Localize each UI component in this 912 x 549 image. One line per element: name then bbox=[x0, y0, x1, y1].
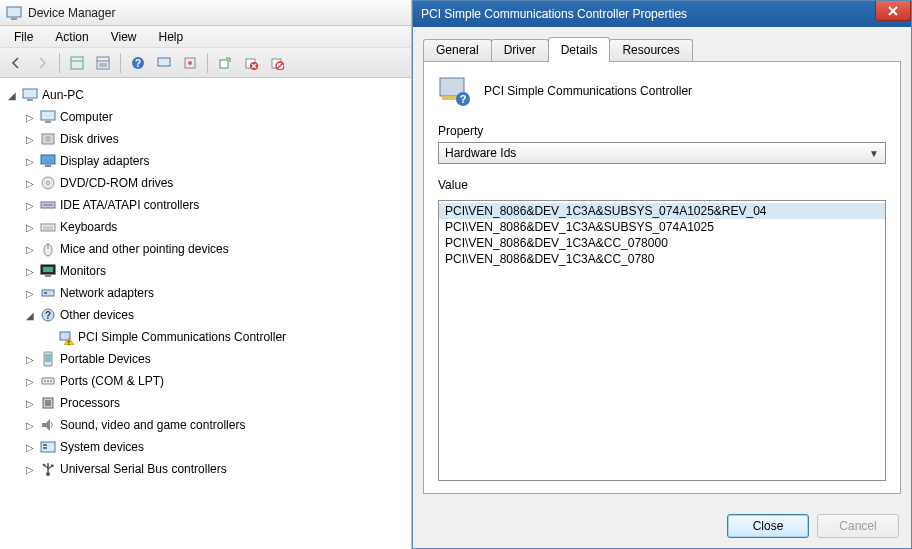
menu-view[interactable]: View bbox=[101, 28, 147, 46]
category-label: IDE ATA/ATAPI controllers bbox=[60, 198, 199, 212]
expand-icon[interactable]: ▷ bbox=[24, 111, 36, 123]
svg-text:?: ? bbox=[45, 310, 51, 321]
svg-point-12 bbox=[188, 61, 192, 65]
category-sound[interactable]: ▷Sound, video and game controllers bbox=[24, 414, 411, 436]
device-tree[interactable]: ◢ Aun-PC ▷Computer▷Disk drives▷Display a… bbox=[0, 78, 411, 549]
expand-icon[interactable]: ▷ bbox=[24, 419, 36, 431]
category-usb[interactable]: ▷Universal Serial Bus controllers bbox=[24, 458, 411, 480]
expand-icon[interactable]: ▷ bbox=[24, 287, 36, 299]
svg-rect-0 bbox=[7, 7, 21, 17]
tb-properties[interactable] bbox=[91, 51, 115, 75]
device-item[interactable]: !PCI Simple Communications Controller bbox=[42, 326, 411, 348]
tb-help[interactable]: ? bbox=[126, 51, 150, 75]
category-label: Sound, video and game controllers bbox=[60, 418, 245, 432]
category-label: DVD/CD-ROM drives bbox=[60, 176, 173, 190]
expand-icon[interactable]: ▷ bbox=[24, 221, 36, 233]
chevron-down-icon: ▼ bbox=[869, 148, 879, 159]
expand-icon[interactable]: ▷ bbox=[24, 265, 36, 277]
category-label: Processors bbox=[60, 396, 120, 410]
expand-icon[interactable]: ▷ bbox=[24, 375, 36, 387]
tb-forward[interactable] bbox=[30, 51, 54, 75]
svg-rect-65 bbox=[51, 465, 54, 468]
category-cpu[interactable]: ▷Processors bbox=[24, 392, 411, 414]
menu-help[interactable]: Help bbox=[149, 28, 194, 46]
expand-icon[interactable]: ▷ bbox=[24, 133, 36, 145]
expand-icon[interactable]: ▷ bbox=[24, 463, 36, 475]
category-cd[interactable]: ▷DVD/CD-ROM drives bbox=[24, 172, 411, 194]
tb-action[interactable] bbox=[178, 51, 202, 75]
network-icon bbox=[40, 285, 56, 301]
svg-rect-40 bbox=[45, 275, 51, 277]
svg-rect-28 bbox=[45, 165, 51, 167]
pci-device-icon: ? bbox=[438, 74, 472, 108]
expand-icon[interactable]: ▷ bbox=[24, 199, 36, 211]
category-monitor[interactable]: ▷Monitors bbox=[24, 260, 411, 282]
tab-details[interactable]: Details bbox=[548, 37, 611, 62]
dlg-close-button[interactable] bbox=[875, 1, 911, 21]
expand-icon[interactable]: ▷ bbox=[24, 155, 36, 167]
other-icon: ? bbox=[40, 307, 56, 323]
category-computer[interactable]: ▷Computer bbox=[24, 106, 411, 128]
expand-icon[interactable]: ▷ bbox=[24, 177, 36, 189]
tb-update-driver[interactable] bbox=[213, 51, 237, 75]
svg-rect-27 bbox=[41, 155, 55, 164]
tab-driver[interactable]: Driver bbox=[491, 39, 549, 61]
category-disk[interactable]: ▷Disk drives bbox=[24, 128, 411, 150]
hardware-id-item[interactable]: PCI\VEN_8086&DEV_1C3A&SUBSYS_074A1025&RE… bbox=[439, 203, 885, 219]
property-selected-label: Hardware Ids bbox=[445, 146, 516, 160]
tb-disable[interactable] bbox=[265, 51, 289, 75]
hardware-id-item[interactable]: PCI\VEN_8086&DEV_1C3A&CC_078000 bbox=[439, 235, 885, 251]
close-button[interactable]: Close bbox=[727, 514, 809, 538]
svg-rect-32 bbox=[43, 204, 53, 206]
category-label: Mice and other pointing devices bbox=[60, 242, 229, 256]
category-other[interactable]: ◢?Other devices bbox=[24, 304, 411, 326]
svg-rect-1 bbox=[11, 18, 17, 20]
tree-root[interactable]: ◢ Aun-PC bbox=[6, 84, 411, 106]
expand-icon[interactable]: ▷ bbox=[24, 441, 36, 453]
category-keyboard[interactable]: ▷Keyboards bbox=[24, 216, 411, 238]
collapse-icon[interactable]: ◢ bbox=[6, 89, 18, 101]
hardware-id-item[interactable]: PCI\VEN_8086&DEV_1C3A&CC_0780 bbox=[439, 251, 885, 267]
category-port[interactable]: ▷Ports (COM & LPT) bbox=[24, 370, 411, 392]
svg-rect-41 bbox=[42, 290, 54, 296]
category-network[interactable]: ▷Network adapters bbox=[24, 282, 411, 304]
expand-icon[interactable]: ▷ bbox=[24, 353, 36, 365]
menu-file[interactable]: File bbox=[4, 28, 43, 46]
category-display[interactable]: ▷Display adapters bbox=[24, 150, 411, 172]
category-mouse[interactable]: ▷Mice and other pointing devices bbox=[24, 238, 411, 260]
computer-root-icon bbox=[22, 87, 38, 103]
computer-icon bbox=[40, 109, 56, 125]
category-ide[interactable]: ▷IDE ATA/ATAPI controllers bbox=[24, 194, 411, 216]
expand-icon[interactable]: ▷ bbox=[24, 243, 36, 255]
dlg-title-label: PCI Simple Communications Controller Pro… bbox=[421, 7, 687, 21]
category-portable[interactable]: ▷Portable Devices bbox=[24, 348, 411, 370]
svg-rect-59 bbox=[43, 447, 47, 449]
category-label: Universal Serial Bus controllers bbox=[60, 462, 227, 476]
svg-rect-24 bbox=[45, 121, 51, 123]
collapse-icon[interactable]: ◢ bbox=[24, 309, 36, 321]
svg-rect-49 bbox=[45, 354, 51, 362]
tb-back[interactable] bbox=[4, 51, 28, 75]
portable-icon bbox=[40, 351, 56, 367]
dlg-titlebar[interactable]: PCI Simple Communications Controller Pro… bbox=[413, 1, 911, 27]
category-system[interactable]: ▷System devices bbox=[24, 436, 411, 458]
tab-resources[interactable]: Resources bbox=[609, 39, 692, 61]
usb-icon bbox=[40, 461, 56, 477]
mouse-icon bbox=[40, 241, 56, 257]
expand-icon[interactable]: ▷ bbox=[24, 397, 36, 409]
tab-general[interactable]: General bbox=[423, 39, 492, 61]
tb-uninstall[interactable] bbox=[239, 51, 263, 75]
toolbar: ? bbox=[0, 48, 411, 78]
svg-point-64 bbox=[43, 464, 46, 467]
cancel-button: Cancel bbox=[817, 514, 899, 538]
tb-show-hide[interactable] bbox=[65, 51, 89, 75]
svg-text:!: ! bbox=[68, 339, 70, 346]
svg-rect-58 bbox=[43, 444, 47, 446]
hardware-id-item[interactable]: PCI\VEN_8086&DEV_1C3A&SUBSYS_074A1025 bbox=[439, 219, 885, 235]
tb-scan[interactable] bbox=[152, 51, 176, 75]
value-listbox[interactable]: PCI\VEN_8086&DEV_1C3A&SUBSYS_074A1025&RE… bbox=[438, 200, 886, 481]
svg-point-60 bbox=[46, 472, 50, 476]
svg-point-52 bbox=[47, 380, 49, 382]
property-dropdown[interactable]: Hardware Ids ▼ bbox=[438, 142, 886, 164]
menu-action[interactable]: Action bbox=[45, 28, 98, 46]
